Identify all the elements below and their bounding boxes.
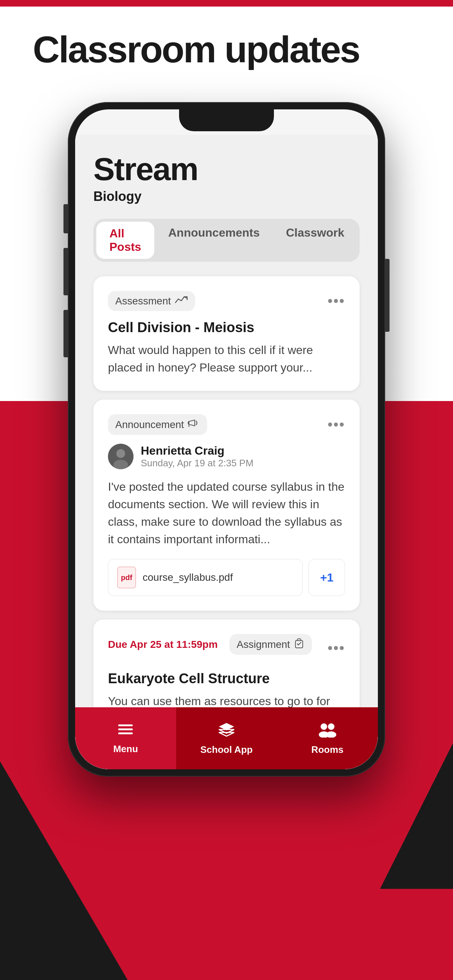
card-2-header: Announcement •••	[108, 414, 345, 435]
card-3-more-button[interactable]: •••	[327, 640, 345, 656]
svg-rect-7	[118, 732, 133, 734]
status-bar	[0, 0, 453, 6]
svg-point-12	[328, 723, 335, 730]
card-1-more-button[interactable]: •••	[327, 293, 345, 309]
people-icon	[317, 722, 338, 741]
svg-point-11	[321, 723, 327, 730]
tab-announcements[interactable]: Announcements	[155, 221, 273, 259]
card-announcement: Announcement •••	[93, 399, 360, 611]
attachment-filename: course_syllabus.pdf	[143, 572, 233, 583]
tab-classwork[interactable]: Classwork	[273, 221, 357, 259]
card-1-title: Cell Division - Meiosis	[108, 320, 345, 336]
assignment-tag-label: Assignment	[237, 639, 290, 651]
card-3-tags-row: Due Apr 25 at 11:59pm Assignment	[108, 634, 312, 655]
tab-rooms-label: Rooms	[311, 744, 344, 756]
tab-menu-label: Menu	[113, 743, 138, 755]
attachments-row: pdf course_syllabus.pdf +1	[108, 559, 345, 596]
author-info: Henrietta Craig Sunday, Apr 19 at 2:35 P…	[141, 444, 254, 469]
author-date: Sunday, Apr 19 at 2:35 PM	[141, 458, 254, 469]
card-1-header: Assessment •••	[108, 291, 345, 311]
pdf-icon: pdf	[117, 566, 136, 589]
phone-notch	[179, 110, 274, 131]
svg-point-2	[116, 449, 125, 458]
assessment-tag-label: Assessment	[115, 295, 171, 307]
page-title: Classroom updates	[33, 29, 360, 70]
phone-power-button	[385, 259, 389, 332]
screen-content: Stream Biology All Posts Announcements C…	[75, 135, 378, 769]
tabs-container: All Posts Announcements Classwork	[93, 219, 360, 262]
tab-school-app-label: School App	[200, 744, 252, 756]
phone-vol-down-button	[64, 310, 68, 357]
assessment-tag: Assessment	[108, 291, 195, 311]
layers-icon	[217, 722, 236, 741]
svg-rect-6	[118, 729, 133, 730]
tab-menu[interactable]: Menu	[75, 707, 176, 769]
announcement-tag: Announcement	[108, 414, 207, 435]
due-date-label: Due Apr 25 at 11:59pm	[108, 639, 218, 651]
attachment-more-button[interactable]: +1	[309, 559, 345, 596]
card-3-title: Eukaryote Cell Structure	[108, 671, 345, 687]
card-2-body: I've posted the updated course syllabus …	[108, 478, 345, 548]
stream-subtitle: Biology	[93, 189, 360, 204]
svg-marker-10	[219, 732, 234, 736]
phone-frame: Stream Biology All Posts Announcements C…	[68, 102, 385, 776]
svg-point-14	[326, 731, 336, 738]
tab-rooms[interactable]: Rooms	[277, 707, 378, 769]
phone-mute-button	[64, 204, 68, 233]
chart-icon	[175, 294, 188, 307]
attachment-pdf[interactable]: pdf course_syllabus.pdf	[108, 559, 303, 596]
announcement-tag-label: Announcement	[115, 419, 184, 431]
avatar-initials	[108, 444, 134, 469]
screen-inner: Stream Biology All Posts Announcements C…	[75, 135, 378, 742]
phone-vol-up-button	[64, 248, 68, 295]
author-row: Henrietta Craig Sunday, Apr 19 at 2:35 P…	[108, 444, 345, 469]
svg-rect-5	[118, 724, 133, 726]
clipboard-icon	[293, 638, 305, 651]
stream-title: Stream	[93, 153, 360, 185]
author-avatar	[108, 444, 134, 469]
megaphone-icon	[187, 418, 200, 431]
card-assessment: Assessment ••• Cell Division - Meiosis W…	[93, 276, 360, 391]
menu-icon	[116, 722, 135, 740]
tab-all-posts[interactable]: All Posts	[96, 221, 155, 259]
author-name: Henrietta Craig	[141, 444, 254, 458]
card-3-header: Due Apr 25 at 11:59pm Assignment	[108, 634, 345, 662]
tab-school-app[interactable]: School App	[176, 707, 277, 769]
phone-screen: Stream Biology All Posts Announcements C…	[75, 110, 378, 769]
card-2-more-button[interactable]: •••	[327, 416, 345, 433]
svg-rect-0	[188, 422, 189, 425]
card-1-body: What would happen to this cell if it wer…	[108, 341, 345, 376]
bottom-tab-bar: Menu School App	[75, 707, 378, 769]
assignment-tag: Assignment	[230, 634, 312, 655]
